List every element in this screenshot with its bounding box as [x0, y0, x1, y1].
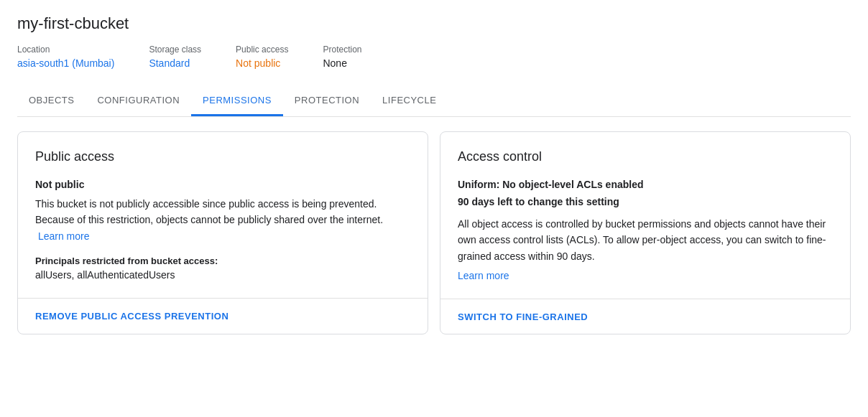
access-control-card: Access control Uniform: No object-level …: [440, 131, 851, 334]
public-access-description: This bucket is not publicly accessible s…: [35, 196, 410, 244]
public-access-learn-more[interactable]: Learn more: [38, 230, 90, 242]
access-control-card-title: Access control: [458, 149, 833, 164]
public-access-card-footer: REMOVE PUBLIC ACCESS PREVENTION: [18, 298, 428, 333]
protection-value: None: [323, 57, 361, 69]
principals-label: Principals restricted from bucket access…: [35, 256, 410, 266]
meta-protection: Protection None: [323, 44, 361, 69]
meta-public-access: Public access Not public: [236, 44, 288, 69]
access-control-learn-more[interactable]: Learn more: [458, 270, 509, 281]
public-access-card-title: Public access: [35, 149, 410, 164]
public-access-card-subtitle: Not public: [35, 179, 410, 190]
tab-protection[interactable]: PROTECTION: [283, 86, 371, 116]
meta-location: Location asia-south1 (Mumbai): [17, 44, 114, 69]
storage-class-label: Storage class: [149, 44, 201, 55]
location-label: Location: [17, 44, 114, 55]
public-access-label: Public access: [236, 44, 288, 55]
location-value: asia-south1 (Mumbai): [17, 57, 114, 69]
protection-label: Protection: [323, 44, 361, 55]
tab-lifecycle[interactable]: LIFECYCLE: [371, 86, 448, 116]
tab-configuration[interactable]: CONFIGURATION: [86, 86, 191, 116]
public-access-value: Not public: [236, 57, 288, 69]
storage-class-value: Standard: [149, 57, 201, 69]
bucket-meta: Location asia-south1 (Mumbai) Storage cl…: [17, 44, 851, 69]
access-control-card-footer: SWITCH TO FINE-GRAINED: [440, 299, 850, 334]
public-access-card: Public access Not public This bucket is …: [17, 131, 428, 334]
access-control-description-text: All object access is controlled by bucke…: [458, 218, 826, 262]
access-control-subtitle: Uniform: No object-level ACLs enabled: [458, 179, 833, 190]
tabs-nav: OBJECTS CONFIGURATION PERMISSIONS PROTEC…: [17, 86, 851, 117]
public-access-card-body: Public access Not public This bucket is …: [18, 132, 428, 298]
remove-public-access-button[interactable]: REMOVE PUBLIC ACCESS PREVENTION: [35, 311, 228, 322]
switch-fine-grained-button[interactable]: SWITCH TO FINE-GRAINED: [458, 311, 588, 322]
page-title: my-first-cbucket: [17, 14, 851, 33]
access-control-description: All object access is controlled by bucke…: [458, 216, 833, 264]
tab-permissions[interactable]: PERMISSIONS: [191, 86, 283, 116]
tab-objects[interactable]: OBJECTS: [17, 86, 86, 116]
meta-storage-class: Storage class Standard: [149, 44, 201, 69]
days-notice: 90 days left to change this setting: [458, 196, 833, 207]
access-control-card-body: Access control Uniform: No object-level …: [440, 132, 850, 299]
principals-value: allUsers, allAuthenticatedUsers: [35, 269, 410, 281]
public-access-description-text: This bucket is not publicly accessible s…: [35, 198, 383, 225]
content-area: Public access Not public This bucket is …: [17, 131, 851, 334]
